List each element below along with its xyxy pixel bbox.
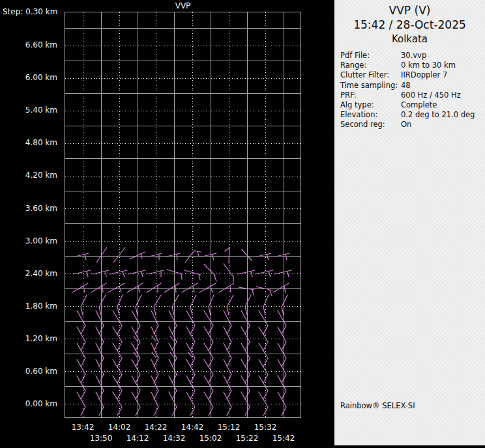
wind-barb [259, 311, 268, 334]
wind-barb [225, 247, 229, 251]
param-label: Alg type: [340, 100, 401, 110]
wind-barb [286, 255, 287, 260]
wind-barb [151, 311, 158, 334]
wind-barb [72, 283, 88, 292]
param-label: Clutter Filter: [340, 70, 401, 80]
wind-barb [181, 274, 182, 279]
wind-barb [127, 283, 143, 292]
wind-barb [151, 359, 158, 383]
wind-barb [169, 343, 177, 367]
wind-barb [132, 311, 140, 334]
wind-barb [230, 287, 231, 292]
wind-barb [170, 352, 174, 357]
wind-barb [91, 283, 106, 292]
wind-barb [141, 272, 143, 277]
wind-barb [186, 376, 195, 399]
wind-barb [241, 343, 250, 367]
wind-barb [175, 287, 176, 292]
time-axis-label: 14:32 [158, 434, 190, 443]
wind-barb [199, 275, 200, 280]
wind-barb [186, 311, 195, 334]
param-value: IIRDoppler 7 [401, 70, 482, 80]
wind-barb [151, 343, 158, 367]
wind-barb [204, 343, 213, 367]
wind-barb [242, 249, 252, 260]
wind-barb [113, 311, 122, 334]
wind-barb [274, 270, 291, 274]
param-label: Pdf File: [340, 51, 401, 61]
wind-barb-chart [65, 12, 301, 418]
time-axis-label: 13:50 [85, 434, 117, 443]
wind-barb [287, 272, 289, 277]
height-axis-label: 6.00 km [0, 73, 57, 82]
param-label: Range: [340, 61, 401, 70]
wind-barb [224, 311, 231, 334]
wind-barb [241, 376, 250, 399]
height-axis-label: 0.60 km [0, 367, 57, 376]
param-value: Complete [401, 100, 482, 110]
time-axis-label: 15:22 [231, 434, 263, 443]
wind-barb [182, 283, 198, 292]
height-axis-label: 6.60 km [0, 40, 57, 49]
wind-barb [270, 290, 272, 296]
software-brand-label: Rainbow® SELEX-SI [340, 401, 415, 410]
wind-barb [251, 272, 252, 277]
wind-barb [87, 272, 88, 277]
param-value: 600 Hz / 450 Hz [401, 91, 482, 100]
param-label: Second reg: [340, 120, 401, 130]
wind-barb [273, 283, 289, 292]
height-axis-label: 4.20 km [0, 171, 57, 180]
wind-barb [77, 311, 85, 334]
wind-barb [224, 264, 233, 276]
wind-barb [259, 376, 268, 399]
wind-barb [93, 270, 109, 274]
wind-barb [152, 336, 156, 341]
height-axis-label: 3.60 km [0, 204, 57, 213]
wind-barb [151, 392, 158, 415]
wind-barb [77, 376, 85, 399]
wind-barb [219, 283, 234, 292]
wind-barb [184, 270, 201, 275]
param-label: Time sampling: [340, 81, 401, 91]
wind-barb [214, 275, 216, 281]
param-value: 0.2 deg to 21.0 deg [401, 110, 482, 120]
wind-barb [193, 287, 194, 292]
height-axis-label: 0.00 km [0, 399, 57, 408]
wind-barb [96, 376, 104, 399]
wind-barb [113, 376, 122, 399]
wind-barb [172, 295, 179, 315]
time-axis-label: 13:42 [67, 423, 98, 432]
wind-barb [147, 283, 161, 292]
time-axis-label: 15:42 [268, 434, 299, 443]
product-datetime: 15:42 / 28-Oct-2025 [334, 18, 485, 31]
wind-barb [212, 255, 214, 260]
vvp-window: { "chart": { "title": "VVP", "step_label… [0, 0, 485, 448]
height-axis-label: 3.00 km [0, 236, 57, 245]
param-value: 30.vvp [401, 51, 482, 61]
wind-barb [169, 376, 177, 399]
wind-barb [267, 255, 269, 260]
wind-barb [259, 343, 268, 367]
wind-barb [224, 343, 231, 367]
wind-barb [284, 287, 286, 292]
time-axis-label: 15:32 [250, 423, 281, 432]
wind-barb [151, 327, 158, 350]
wind-barb [164, 283, 179, 292]
wind-barb [102, 287, 103, 292]
wind-barb [238, 270, 255, 274]
site-name: Kolkata [334, 33, 485, 45]
wind-barb [151, 376, 158, 399]
height-axis-label: 1.20 km [0, 334, 57, 343]
wind-barb [169, 311, 177, 334]
time-axis-label: 14:42 [177, 423, 208, 432]
wind-barb [224, 376, 231, 399]
wind-barb [132, 376, 140, 399]
time-axis-label: 15:02 [195, 434, 226, 443]
wind-barb [204, 376, 213, 399]
height-axis-label: 5.40 km [0, 105, 57, 115]
wind-barb [177, 255, 177, 260]
wind-barb [96, 343, 104, 367]
param-value: 0 km to 30 km [401, 61, 482, 70]
param-value: On [401, 120, 482, 130]
time-axis-label: 14:12 [122, 434, 153, 443]
